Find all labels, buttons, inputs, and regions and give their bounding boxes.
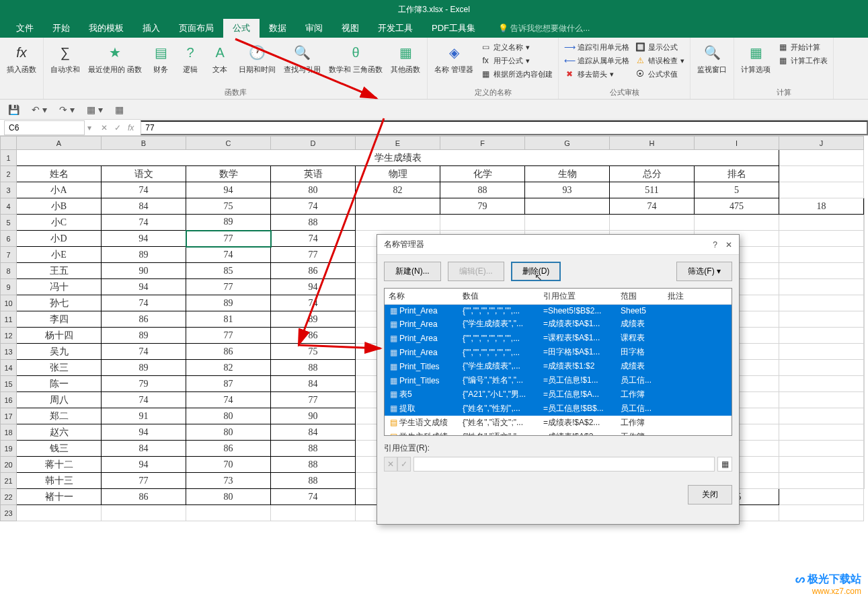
row-header[interactable]: 20	[1, 457, 17, 473]
math-button[interactable]: θ数学和 三角函数	[325, 40, 387, 75]
header-cell[interactable]: 化学	[440, 166, 525, 182]
cell[interactable]	[271, 505, 356, 521]
column-header[interactable]: I	[695, 137, 779, 150]
cell[interactable]	[525, 215, 610, 231]
cell[interactable]: 91	[102, 408, 186, 424]
watch-window-button[interactable]: 🔍监视窗口	[693, 40, 731, 75]
trace-precedents-button[interactable]: ⟶追踪引用单元格	[564, 42, 629, 52]
column-header[interactable]: J	[779, 137, 864, 150]
cell[interactable]	[779, 263, 864, 279]
cell[interactable]: 5	[695, 182, 779, 198]
column-header[interactable]: G	[525, 137, 610, 150]
cell[interactable]: 王五	[17, 263, 102, 279]
financial-button[interactable]: ▤财务	[146, 40, 175, 75]
names-list[interactable]: 名称 数值 引用位置 范围 批注 ▦Print_Area{"","","",""…	[384, 288, 732, 436]
range-picker-icon[interactable]: ▦	[717, 457, 732, 472]
cell[interactable]: 77	[186, 279, 271, 295]
filter-button[interactable]: 筛选(F) ▾	[676, 262, 732, 281]
cell[interactable]: 79	[440, 198, 525, 215]
cell[interactable]: 86	[271, 263, 356, 279]
cell[interactable]	[779, 441, 864, 457]
close-icon[interactable]: ✕	[725, 240, 732, 250]
row-header[interactable]: 22	[1, 489, 17, 505]
cell[interactable]: 90	[271, 408, 356, 424]
cell[interactable]: 94	[102, 424, 186, 441]
cell[interactable]: 86	[102, 311, 186, 328]
column-header[interactable]: F	[440, 137, 525, 150]
cell[interactable]: 74	[186, 392, 271, 408]
cell[interactable]: 74	[102, 344, 186, 360]
undo-button[interactable]: ↶ ▾	[32, 104, 47, 115]
cell[interactable]: 小B	[17, 198, 102, 215]
cell[interactable]: 89	[271, 311, 356, 328]
row-header[interactable]: 21	[1, 473, 17, 489]
cell[interactable]: 孙七	[17, 295, 102, 311]
cell[interactable]	[779, 392, 864, 408]
row-header[interactable]: 17	[1, 408, 17, 424]
name-row[interactable]: ▤学生语文成绩{"姓名","语文";"...=成绩表!$A$2...工作簿	[385, 416, 732, 430]
namebox-dropdown-icon[interactable]: ▾	[85, 123, 94, 133]
cell[interactable]: 蒋十二	[17, 457, 102, 473]
cell[interactable]	[695, 215, 779, 231]
cell[interactable]: 80	[186, 408, 271, 424]
tab-home[interactable]: 开始	[43, 18, 79, 38]
row-header[interactable]: 23	[1, 505, 17, 521]
cell[interactable]: 86	[102, 489, 186, 505]
cell[interactable]: 74	[186, 247, 271, 263]
datetime-button[interactable]: 🕐日期和时间	[235, 40, 280, 75]
cell[interactable]: 77	[186, 231, 271, 247]
cell[interactable]: 74	[271, 198, 356, 215]
cell[interactable]: 陈一	[17, 376, 102, 392]
cell[interactable]: 94	[102, 279, 186, 295]
cell[interactable]: 82	[186, 360, 271, 376]
calc-now-button[interactable]: ▦开始计算	[777, 42, 828, 52]
cell[interactable]	[779, 424, 864, 441]
row-header[interactable]: 5	[1, 215, 17, 231]
cell[interactable]: 74	[102, 392, 186, 408]
tab-formula[interactable]: 公式	[223, 18, 260, 38]
cell[interactable]: 94	[102, 457, 186, 473]
row-header[interactable]: 13	[1, 344, 17, 360]
name-row[interactable]: ▦提取{"姓名","性别",...=员工信息!$B$...员工信...	[385, 402, 732, 416]
cell[interactable]: 89	[102, 360, 186, 376]
col-value[interactable]: 数值	[459, 289, 539, 305]
cell[interactable]	[440, 215, 525, 231]
cell[interactable]: 18	[779, 198, 864, 215]
header-cell[interactable]: 姓名	[17, 166, 102, 182]
error-check-button[interactable]: ⚠错误检查 ▾	[635, 55, 684, 66]
row-header[interactable]: 1	[1, 150, 17, 166]
cell[interactable]: 小A	[17, 182, 102, 198]
col-ref[interactable]: 引用位置	[539, 289, 617, 305]
header-cell[interactable]: 物理	[356, 166, 440, 182]
cell[interactable]: 89	[186, 295, 271, 311]
sheet-title-cell[interactable]: 学生成绩表	[17, 150, 779, 166]
cell[interactable]: 86	[186, 344, 271, 360]
cell[interactable]: 杨十四	[17, 328, 102, 344]
cell[interactable]: 88	[271, 441, 356, 457]
cell[interactable]: 70	[186, 457, 271, 473]
cell[interactable]	[779, 457, 864, 473]
cell[interactable]: 86	[271, 328, 356, 344]
help-button[interactable]: ?	[713, 240, 717, 250]
cell[interactable]	[356, 215, 440, 231]
enter-icon[interactable]: ✓	[114, 123, 121, 133]
name-row[interactable]: ▦Print_Titles{"学生成绩表",...=成绩表!$1:$2成绩表	[385, 359, 732, 373]
define-name-button[interactable]: ▭定义名称 ▾	[480, 42, 553, 52]
column-header[interactable]: H	[610, 137, 695, 150]
cell[interactable]: 74	[271, 489, 356, 505]
cell[interactable]: 75	[271, 344, 356, 360]
fx-icon[interactable]: fx	[128, 123, 134, 133]
insert-function-button[interactable]: fx插入函数	[3, 40, 40, 75]
cell[interactable]: 79	[102, 376, 186, 392]
cell[interactable]: 周八	[17, 392, 102, 408]
trace-dependents-button[interactable]: ⟵追踪从属单元格	[564, 55, 629, 66]
cell[interactable]: 84	[102, 198, 186, 215]
row-header[interactable]: 3	[1, 182, 17, 198]
cell[interactable]: 韩十三	[17, 473, 102, 489]
name-manager-button[interactable]: ◈名称 管理器	[430, 40, 477, 75]
row-header[interactable]: 18	[1, 424, 17, 441]
cell[interactable]: 80	[271, 182, 356, 198]
cell[interactable]: 77	[102, 473, 186, 489]
autosum-button[interactable]: ∑自动求和	[46, 40, 84, 75]
cell[interactable]: 89	[102, 247, 186, 263]
